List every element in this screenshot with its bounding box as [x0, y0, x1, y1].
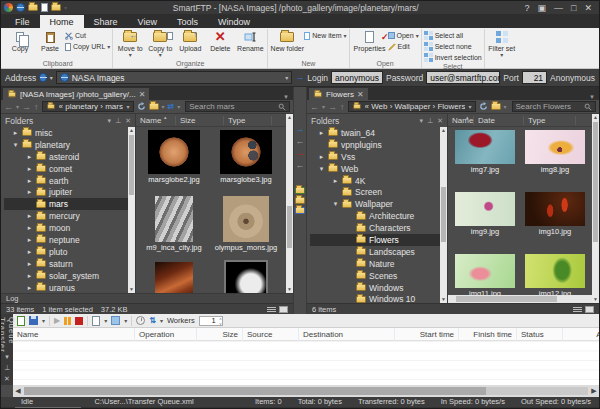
panel-close-icon[interactable]: ✕ — [4, 375, 10, 383]
port-input[interactable]: 21 — [522, 71, 547, 84]
ribbon-tab[interactable]: View — [128, 15, 167, 28]
tree-item[interactable]: ▸ asteroid — [4, 151, 135, 163]
workers-spinner[interactable]: 1 — [199, 316, 223, 326]
file-item[interactable]: img12.jpg — [521, 254, 589, 295]
ribbon-tab[interactable]: Tools — [167, 15, 208, 28]
edit-button[interactable]: Edit — [388, 42, 419, 51]
tree-item[interactable]: Screen — [310, 186, 447, 198]
local-tab[interactable]: Flowers ✕ — [309, 88, 368, 100]
tree-item[interactable]: Windows 10 — [310, 293, 447, 303]
globe-icon[interactable] — [16, 3, 25, 12]
local-list-scrollbar[interactable]: ▲▼ — [592, 114, 599, 303]
queue-column-header[interactable]: Name — [13, 328, 135, 341]
expand-arrow-icon[interactable]: ▸ — [26, 260, 33, 268]
minimize-button[interactable]: — — [554, 3, 563, 13]
up-button[interactable]: ↑ — [340, 102, 345, 112]
local-search-input[interactable]: Search Flowers — [512, 101, 596, 112]
filter-set-button[interactable]: Filter set▾ — [487, 29, 517, 59]
scroll-left-arrow[interactable]: ◀ — [13, 387, 23, 395]
tree-item[interactable]: ▸ 4K — [310, 175, 447, 187]
sync-folder-icon[interactable] — [295, 187, 305, 194]
breadcrumb-caret[interactable]: ▾ — [469, 103, 472, 110]
queue-column-header[interactable]: Destination — [299, 328, 395, 341]
details-view-icon[interactable] — [573, 306, 582, 313]
cut-button[interactable]: Cut — [65, 31, 110, 40]
pane-menu-caret[interactable]: ▾ — [420, 117, 424, 125]
start-queue-icon[interactable]: ▶ — [54, 316, 60, 325]
new-item-button[interactable]: New item ▾ — [304, 31, 346, 40]
maximize-button[interactable]: □ — [571, 3, 576, 13]
expand-arrow-icon[interactable]: ▸ — [26, 153, 33, 161]
close-pane-icon[interactable]: ✕ — [125, 117, 131, 125]
local-breadcrumb[interactable]: « Web › Wallpaper › Flowers ▾ — [348, 101, 476, 112]
tree-item[interactable]: vpnplugins — [310, 139, 447, 151]
column-header[interactable]: Size — [176, 116, 224, 125]
ribbon-toggle-button[interactable]: ▣ — [538, 3, 547, 13]
expand-arrow-icon[interactable]: ▾ — [12, 141, 19, 149]
file-item[interactable] — [139, 262, 209, 293]
folder-menu-icon[interactable] — [491, 103, 501, 110]
address-combo[interactable]: NASA Images ▾ — [56, 71, 293, 84]
queue-column-header[interactable]: Source — [243, 328, 299, 341]
expand-arrow-icon[interactable]: ▸ — [26, 224, 33, 232]
file-item[interactable]: img9.jpg — [451, 192, 519, 250]
auth-type-dropdown[interactable]: Anonymous — [550, 73, 595, 83]
expand-arrow-icon[interactable]: ▸ — [26, 272, 33, 280]
expand-arrow-icon[interactable]: ▸ — [26, 236, 33, 244]
expand-arrow-icon[interactable]: ▾ — [332, 200, 339, 208]
ribbon-tab[interactable]: File — [5, 15, 40, 28]
folder-icon[interactable] — [51, 4, 61, 11]
local-tree-scrollbar[interactable]: ▲▼ — [440, 127, 447, 303]
panel-menu-caret[interactable]: ▾ — [5, 353, 9, 361]
folder-menu-icon[interactable] — [149, 103, 159, 110]
copy-to-button[interactable]: Copy to▾ — [145, 29, 175, 59]
tree-item[interactable]: ▸ twain_64 — [310, 127, 447, 139]
scroll-right-arrow[interactable]: ▶ — [589, 387, 599, 395]
remote-tab[interactable]: [NASA Images] /photo_gallery/... ✕ — [3, 88, 149, 100]
tree-item[interactable]: ▸ comet — [4, 163, 135, 175]
tree-item[interactable]: Architecture — [310, 210, 447, 222]
ribbon-tab[interactable]: Window — [208, 15, 260, 28]
select-none-button[interactable]: Select none — [424, 42, 482, 51]
column-header[interactable]: Type — [524, 116, 576, 125]
breadcrumb-caret[interactable]: ▾ — [127, 103, 130, 110]
tree-item[interactable]: ▸ jupiter — [4, 186, 135, 198]
tree-item[interactable]: ▸ mercury — [4, 210, 135, 222]
tree-item[interactable]: ▸ saturn — [4, 258, 135, 270]
column-header[interactable]: Date — [474, 116, 524, 125]
file-item[interactable]: img7.jpg — [451, 130, 519, 188]
close-pane-icon[interactable]: ✕ — [437, 117, 443, 125]
queue-column-header[interactable]: Start time — [395, 328, 459, 341]
file-item[interactable]: olympus_mons.jpg — [211, 196, 281, 258]
pause-queue-icon[interactable] — [64, 317, 71, 325]
tree-item[interactable]: ▸ uranus — [4, 282, 135, 293]
tree-item[interactable]: Windows — [310, 282, 447, 294]
tree-item[interactable]: Nature — [310, 258, 447, 270]
file-item[interactable] — [211, 262, 281, 293]
workers-icon[interactable]: ⇅ — [149, 316, 156, 325]
tree-item[interactable]: ▸ solar_system — [4, 270, 135, 282]
new-folder-button[interactable]: New folder — [270, 29, 304, 52]
ribbon-tab[interactable]: Share — [84, 15, 128, 28]
tree-item[interactable]: ▸ neptune — [4, 234, 135, 246]
document-icon[interactable] — [41, 3, 48, 12]
tree-item[interactable]: ▸ pluto — [4, 246, 135, 258]
expand-arrow-icon[interactable]: ▸ — [318, 153, 325, 161]
expand-arrow-icon[interactable]: ▸ — [332, 177, 339, 185]
tree-item[interactable]: ▸ earth — [4, 175, 135, 187]
queue-view-icon[interactable] — [111, 316, 120, 325]
transfer-arrow-icon[interactable]: → — [296, 125, 305, 134]
thumbnail-view-icon[interactable] — [585, 306, 594, 313]
forward-button[interactable]: → — [328, 102, 337, 112]
pane-menu-caret[interactable]: ▾ — [108, 117, 112, 125]
stop-queue-icon[interactable] — [75, 317, 83, 325]
back-button[interactable]: ← — [310, 102, 319, 112]
select-all-button[interactable]: Select all — [424, 31, 482, 40]
properties-button[interactable]: ✓ Properties — [352, 29, 388, 52]
pin-icon[interactable]: ⊥ — [115, 117, 121, 125]
save-queue-icon[interactable] — [29, 316, 38, 325]
mirror-folder-icon[interactable] — [295, 207, 305, 214]
password-input[interactable]: user@smartftp.cor — [426, 71, 500, 84]
transfer-arrow-icon[interactable]: → — [296, 149, 305, 158]
expand-arrow-icon[interactable]: ▾ — [318, 165, 325, 173]
